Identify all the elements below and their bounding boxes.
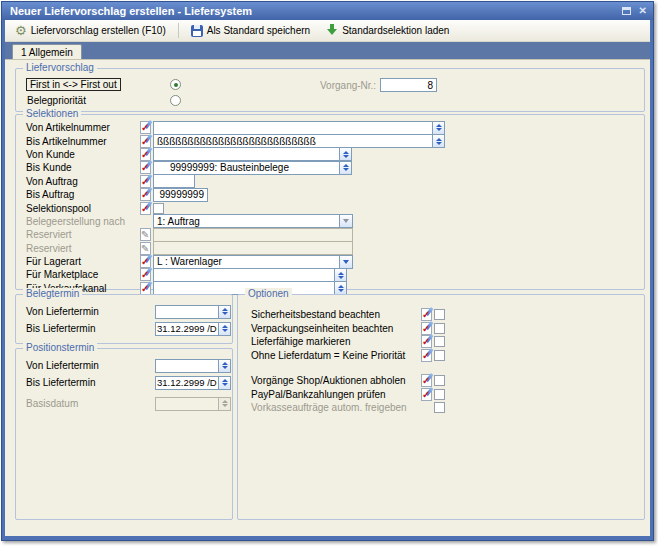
vorkasse-checkbox xyxy=(434,402,445,413)
spinner-button xyxy=(219,397,231,411)
reserviert-input-2 xyxy=(153,241,353,255)
load-default-selection-button[interactable]: Standardselektion laden xyxy=(320,21,455,40)
spinner-button[interactable] xyxy=(433,134,445,148)
pos-bis-liefertermin-input[interactable] xyxy=(155,376,219,390)
selection-check-icon[interactable] xyxy=(140,135,151,148)
selection-check-icon[interactable] xyxy=(140,202,151,215)
spinner-button[interactable] xyxy=(219,322,231,336)
selection-check-icon[interactable] xyxy=(421,335,432,348)
chevron-down-icon[interactable] xyxy=(340,214,353,228)
selection-check-icon[interactable] xyxy=(140,282,151,295)
row-vorkasse: Vorkasseaufträge autom. freigeben xyxy=(238,401,644,415)
group-positionstermin: Positionstermin Von Liefertermin Bis Lie… xyxy=(15,348,233,520)
vorkasse-label: Vorkasseaufträge autom. freigeben xyxy=(251,402,421,413)
bis-artikelnummer-label: Bis Artikelnummer xyxy=(26,136,140,147)
paypal-label: PayPal/Bankzahlungen prüfen xyxy=(251,389,421,400)
fifo-radio[interactable] xyxy=(170,79,181,90)
marketplace-input[interactable] xyxy=(153,268,335,282)
group-optionen: Optionen Sicherheitsbestand beachten Ver… xyxy=(237,294,645,520)
group-title: Optionen xyxy=(245,288,292,299)
reserviert-label: Reserviert xyxy=(26,243,140,254)
row-bis-kunde: Bis Kunde xyxy=(16,161,644,174)
vorgaenge-shop-label: Vorgänge Shop/Auktionen abholen xyxy=(251,375,421,386)
selection-check-icon[interactable] xyxy=(140,188,151,201)
row-fuer-marketplace: Für Marketplace xyxy=(16,268,644,281)
fifo-radio-label[interactable]: First in <-> First out xyxy=(26,78,121,91)
belegeerstellung-dropdown[interactable] xyxy=(153,214,340,228)
row-paypal: PayPal/Bankzahlungen prüfen xyxy=(238,388,644,402)
spinner-button[interactable] xyxy=(219,359,231,373)
pencil-icon xyxy=(140,228,151,241)
titlebar[interactable]: Neuer Liefervorschlag erstellen - Liefer… xyxy=(2,2,653,20)
lieferfaehige-checkbox[interactable] xyxy=(434,336,445,347)
von-auftrag-input[interactable] xyxy=(153,174,195,188)
group-title: Liefervorschlag xyxy=(23,62,97,73)
selection-check-icon[interactable] xyxy=(140,161,151,174)
von-kunde-input[interactable] xyxy=(153,147,340,161)
spinner-button[interactable] xyxy=(340,147,352,161)
group-title: Selektionen xyxy=(23,108,81,119)
save-as-default-label: Als Standard speichern xyxy=(207,25,310,36)
reserviert-label: Reserviert xyxy=(26,229,140,240)
von-kunde-label: Von Kunde xyxy=(26,149,140,160)
restore-icon[interactable] xyxy=(621,6,632,16)
tab-allgemein[interactable]: 1 Allgemein xyxy=(12,44,82,59)
save-as-default-button[interactable]: Als Standard speichern xyxy=(185,22,316,40)
spinner-button[interactable] xyxy=(219,376,231,390)
toolbar: ⚙ Liefervorschlag erstellen (F10) Als St… xyxy=(5,20,650,42)
row-von-artikelnummer: Von Artikelnummer xyxy=(16,121,644,134)
load-default-selection-label: Standardselektion laden xyxy=(342,25,449,36)
belegprioritaet-radio[interactable] xyxy=(170,95,181,106)
close-icon[interactable]: ✕ xyxy=(639,6,647,16)
beleg-bis-liefertermin-input[interactable] xyxy=(155,322,219,336)
create-delivery-proposal-button[interactable]: ⚙ Liefervorschlag erstellen (F10) xyxy=(9,21,172,40)
spinner-button[interactable] xyxy=(219,305,231,319)
toolbar-separator xyxy=(178,23,179,38)
paypal-checkbox[interactable] xyxy=(434,389,445,400)
von-artikelnummer-input[interactable] xyxy=(153,121,433,135)
bis-auftrag-input[interactable] xyxy=(153,188,208,202)
selection-check-icon[interactable] xyxy=(421,349,432,362)
verpackungseinheiten-checkbox[interactable] xyxy=(434,323,445,334)
bis-kunde-input[interactable] xyxy=(153,161,340,175)
pos-von-liefertermin-input[interactable] xyxy=(155,359,219,373)
verpackungseinheiten-label: Verpackungseinheiten beachten xyxy=(251,323,421,334)
spinner-button[interactable] xyxy=(433,121,445,135)
spinner-button[interactable] xyxy=(340,161,352,175)
row-verpackungseinheiten: Verpackungseinheiten beachten xyxy=(238,322,644,336)
selection-check-icon[interactable] xyxy=(421,374,432,387)
row-beleg-von-liefertermin: Von Liefertermin xyxy=(16,303,232,320)
row-vorgaenge-shop: Vorgänge Shop/Auktionen abholen xyxy=(238,374,644,388)
ohne-lieferdatum-checkbox[interactable] xyxy=(434,350,445,361)
row-reserviert-2: Reserviert xyxy=(16,242,644,255)
download-arrow-icon xyxy=(326,24,338,37)
belegprioritaet-radio-label[interactable]: Belegpriorität xyxy=(27,95,86,106)
floppy-disk-icon xyxy=(191,25,203,37)
group-title: Positionstermin xyxy=(23,342,97,353)
row-belegeerstellung: Belegeerstellung nach xyxy=(16,215,644,228)
chevron-down-icon[interactable] xyxy=(340,255,353,269)
beleg-von-liefertermin-input[interactable] xyxy=(155,305,219,319)
selektionspool-checkbox[interactable] xyxy=(153,203,164,214)
selection-check-icon[interactable] xyxy=(421,388,432,401)
vorgang-nr-input[interactable] xyxy=(380,78,437,92)
von-liefertermin-label: Von Liefertermin xyxy=(26,306,155,317)
spinner-button[interactable] xyxy=(335,268,347,282)
sicherheitsbestand-checkbox[interactable] xyxy=(434,309,445,320)
lagerart-dropdown[interactable] xyxy=(153,255,340,269)
selection-check-icon[interactable] xyxy=(421,308,432,321)
vorgang-nr-label: Vorgang-Nr.: xyxy=(320,80,376,91)
row-von-kunde: Von Kunde xyxy=(16,148,644,161)
vorgaenge-shop-checkbox[interactable] xyxy=(434,375,445,386)
window-title: Neuer Liefervorschlag erstellen - Liefer… xyxy=(10,5,621,17)
group-title: Belegtermin xyxy=(23,288,82,299)
selection-check-icon[interactable] xyxy=(140,121,151,134)
window-body: ⚙ Liefervorschlag erstellen (F10) Als St… xyxy=(5,20,650,536)
selection-check-icon[interactable] xyxy=(140,268,151,281)
row-basisdatum: Basisdatum xyxy=(16,395,232,412)
tab-strip: 1 Allgemein xyxy=(5,42,650,59)
reserviert-input-1 xyxy=(153,228,353,242)
row-bis-artikelnummer: Bis Artikelnummer xyxy=(16,134,644,147)
bis-kunde-label: Bis Kunde xyxy=(26,162,140,173)
bis-artikelnummer-input[interactable] xyxy=(153,134,433,148)
